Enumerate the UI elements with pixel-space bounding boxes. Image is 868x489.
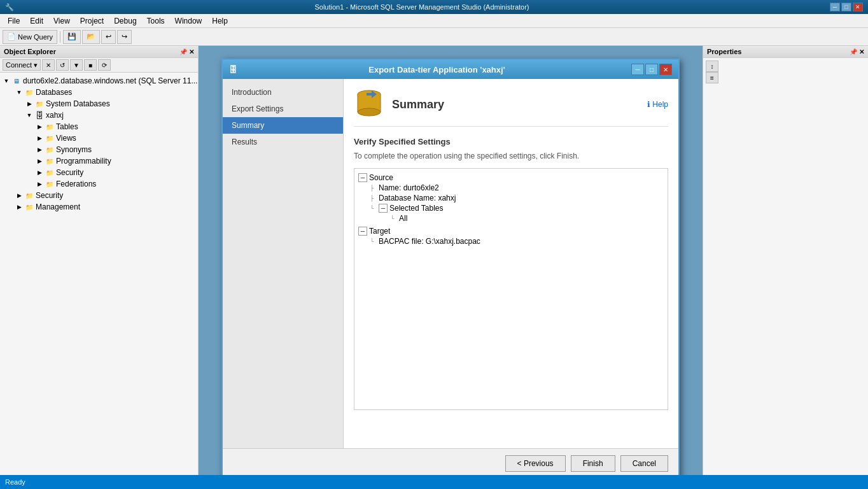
toolbar-btn-1[interactable]: 💾 — [63, 30, 81, 44]
app-title: Solution1 - Microsoft SQL Server Managem… — [14, 3, 830, 11]
menu-window[interactable]: Window — [170, 15, 207, 27]
svg-rect-6 — [367, 93, 372, 96]
previous-button[interactable]: < Previous — [505, 455, 566, 472]
cancel-button[interactable]: Cancel — [620, 455, 668, 472]
synonyms-label: Synonyms — [56, 145, 92, 154]
views-label: Views — [56, 134, 76, 143]
databases-expander[interactable]: ▼ — [14, 87, 24, 97]
tree-tables-node[interactable]: ▶ 📁 Tables — [0, 121, 198, 132]
dialog-main-content: Summary ℹ Help Verify Specified Settings… — [344, 79, 678, 448]
tree-security-top-node[interactable]: ▶ 📁 Security — [0, 190, 198, 201]
tree-databases-node[interactable]: ▼ 📁 Databases — [0, 87, 198, 98]
nav-introduction[interactable]: Introduction — [223, 84, 343, 101]
panel-pin-controls: 📌 ✕ — [179, 48, 194, 55]
object-explorer-header: Object Explorer 📌 ✕ — [0, 46, 198, 58]
finish-button[interactable]: Finish — [571, 455, 615, 472]
security-top-expander[interactable]: ▶ — [14, 190, 24, 201]
tree-synonyms-node[interactable]: ▶ 📁 Synonyms — [0, 144, 198, 155]
selected-tables-node: └ ─ Selected Tables — [358, 203, 664, 213]
federations-expander[interactable]: ▶ — [34, 179, 45, 189]
toolbar-btn-4[interactable]: ↪ — [117, 30, 132, 44]
dialog-title: Export Data-tier Application 'xahxj' — [368, 65, 505, 74]
filter-button[interactable]: ▼ — [70, 59, 83, 71]
menu-edit[interactable]: Edit — [25, 15, 48, 27]
dialog-content-header: Summary ℹ Help — [354, 89, 668, 127]
dialog-body: Introduction Export Settings Summary Res… — [223, 79, 678, 448]
toolbar-btn-3[interactable]: ↩ — [101, 30, 116, 44]
panel-close-icon[interactable]: ✕ — [189, 48, 194, 55]
properties-header: Properties 📌 ✕ — [703, 46, 868, 58]
toolbar-btn-2[interactable]: 📂 — [82, 30, 100, 44]
tree-programmability-node[interactable]: ▶ 📁 Programmability — [0, 155, 198, 167]
nav-summary[interactable]: Summary — [223, 117, 343, 134]
tree-container: ▼ 🖥 durto6xle2.database.windows.net (SQL… — [0, 73, 198, 475]
minimize-button[interactable]: ─ — [830, 3, 840, 11]
federations-folder-icon: 📁 — [45, 179, 55, 189]
system-db-expander[interactable]: ▶ — [24, 99, 34, 109]
sync-button[interactable]: ⟳ — [98, 59, 111, 71]
programmability-expander[interactable]: ▶ — [34, 156, 45, 166]
connect-button[interactable]: Connect ▾ — [3, 59, 41, 71]
server-label: durto6xle2.database.windows.net (SQL Ser… — [23, 76, 197, 85]
tree-security-db-node[interactable]: ▶ 📁 Security — [0, 167, 198, 178]
tree-system-databases-node[interactable]: ▶ 📁 System Databases — [0, 98, 198, 110]
synonyms-expander[interactable]: ▶ — [34, 145, 45, 155]
views-folder-icon: 📁 — [45, 133, 55, 143]
management-expander[interactable]: ▶ — [14, 202, 24, 212]
properties-panel: Properties 📌 ✕ ↕ ≡ — [703, 46, 868, 475]
target-expander[interactable]: ─ — [358, 227, 367, 236]
xahxj-db-icon: 🗄 — [34, 110, 45, 120]
help-link[interactable]: ℹ Help — [647, 100, 668, 109]
new-query-icon: 📄 — [7, 32, 16, 41]
properties-group-btn[interactable]: ≡ — [706, 72, 718, 83]
nav-results[interactable]: Results — [223, 134, 343, 150]
security-top-label: Security — [36, 191, 63, 200]
tree-management-node[interactable]: ▶ 📁 Management — [0, 201, 198, 213]
menu-debug[interactable]: Debug — [109, 15, 141, 27]
pin-icon: 📌 — [179, 48, 187, 55]
server-expander[interactable]: ▼ — [1, 76, 11, 86]
dialog-minimize-button[interactable]: ─ — [631, 64, 644, 75]
menu-file[interactable]: File — [3, 15, 25, 27]
selected-tables-expander[interactable]: ─ — [379, 204, 388, 213]
tree-views-node[interactable]: ▶ 📁 Views — [0, 132, 198, 144]
dialog-sidebar: Introduction Export Settings Summary Res… — [223, 79, 344, 448]
object-explorer-title: Object Explorer — [4, 48, 56, 55]
menu-view[interactable]: View — [48, 15, 75, 27]
tables-expander[interactable]: ▶ — [34, 122, 45, 132]
main-layout: Object Explorer 📌 ✕ Connect ▾ ✕ ↺ ▼ ■ ⟳ … — [0, 46, 868, 475]
menu-project[interactable]: Project — [75, 15, 109, 27]
db-name-node: ├ Database Name: xahxj — [358, 193, 664, 203]
settings-tree: ─ Source ├ Name: durto6xle2 ├ — [354, 168, 668, 410]
tree-federations-node[interactable]: ▶ 📁 Federations — [0, 178, 198, 190]
dialog-icon-small: 🗄 — [229, 65, 237, 74]
xahxj-label: xahxj — [46, 111, 64, 120]
stop-button[interactable]: ■ — [84, 59, 97, 71]
nav-export-settings[interactable]: Export Settings — [223, 101, 343, 117]
tree-xahxj-node[interactable]: ▼ 🗄 xahxj — [0, 110, 198, 121]
properties-close-icon[interactable]: ✕ — [859, 48, 864, 55]
properties-sort-btn[interactable]: ↕ — [706, 60, 718, 72]
tables-folder-icon: 📁 — [45, 122, 55, 132]
maximize-button[interactable]: □ — [841, 3, 851, 11]
security-db-expander[interactable]: ▶ — [34, 167, 45, 178]
source-node: ─ Source — [358, 173, 664, 183]
refresh-button[interactable]: ↺ — [56, 59, 69, 71]
close-button[interactable]: ✕ — [853, 3, 863, 11]
menu-tools[interactable]: Tools — [142, 15, 170, 27]
target-node: ─ Target — [358, 226, 664, 236]
new-query-button[interactable]: 📄 New Query — [3, 30, 57, 44]
system-databases-folder-icon: 📁 — [34, 99, 45, 109]
dialog-close-button[interactable]: ✕ — [659, 64, 672, 75]
source-expander[interactable]: ─ — [358, 173, 367, 182]
menu-help[interactable]: Help — [207, 15, 233, 27]
all-node: └ All — [358, 213, 664, 223]
xahxj-expander[interactable]: ▼ — [24, 110, 34, 120]
views-expander[interactable]: ▶ — [34, 133, 45, 143]
tree-server-node[interactable]: ▼ 🖥 durto6xle2.database.windows.net (SQL… — [0, 75, 198, 87]
disconnect-button[interactable]: ✕ — [42, 59, 55, 71]
help-label: Help — [652, 100, 668, 109]
dialog-maximize-button[interactable]: □ — [645, 64, 658, 75]
databases-label: Databases — [36, 88, 72, 97]
security-top-folder-icon: 📁 — [24, 190, 34, 201]
